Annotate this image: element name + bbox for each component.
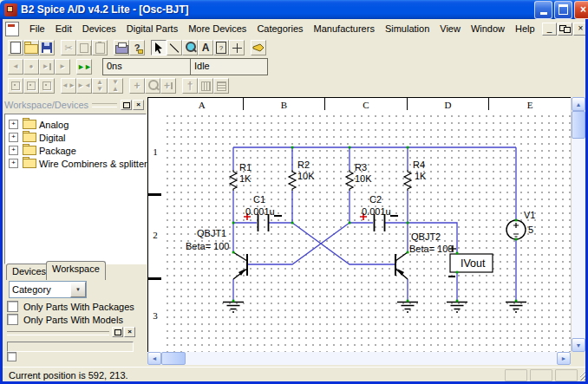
schematic-canvas[interactable]: IVout R1 1K R2 10K R3 10K R4 1K C1 0.001… <box>161 110 571 352</box>
mdi-minimize-button[interactable]: _ <box>542 23 557 36</box>
tab-workspace[interactable]: Workspace <box>46 261 106 280</box>
save-button[interactable] <box>39 40 55 55</box>
center-horizontal-button[interactable] <box>23 78 39 94</box>
tree-item-digital[interactable]: + Digital <box>9 131 146 144</box>
label-r3[interactable]: R3 <box>355 162 367 172</box>
zoom-area-button[interactable] <box>145 78 160 94</box>
tree-item-analog[interactable]: + Analog <box>9 118 146 131</box>
transistor-q2[interactable] <box>395 252 408 279</box>
component-tool-button[interactable]: ? <box>213 40 229 55</box>
resistor-r4[interactable] <box>404 170 411 191</box>
dropdown-button[interactable]: ▼ <box>70 282 86 297</box>
row-view-button[interactable] <box>213 78 229 94</box>
transistor-q1[interactable] <box>233 252 247 279</box>
add-point-button[interactable]: + <box>129 78 145 94</box>
select-tool-button[interactable] <box>151 40 167 55</box>
tree-expand-icon[interactable]: + <box>9 133 18 142</box>
step-end-button[interactable]: ► <box>39 59 55 75</box>
copy-button[interactable] <box>76 40 92 55</box>
column-view-button[interactable] <box>198 78 213 94</box>
label-c2[interactable]: C2 <box>369 194 382 205</box>
menu-view[interactable]: View <box>434 21 466 36</box>
value-r1[interactable]: 1K <box>239 173 252 184</box>
capacitor-c2[interactable] <box>375 214 385 231</box>
value-r2[interactable]: 10K <box>297 171 315 181</box>
close-button[interactable]: × <box>574 1 588 19</box>
simulation-status-field[interactable]: Idle <box>191 59 267 75</box>
menu-simulation[interactable]: Simulation <box>380 21 434 36</box>
maximize-button[interactable] <box>554 1 572 19</box>
menu-window[interactable]: Window <box>466 21 510 36</box>
device-tree[interactable]: + Analog + Digital + Package + Wire Comb… <box>4 114 147 264</box>
help-button[interactable]: ? <box>129 40 145 55</box>
label-r2[interactable]: R2 <box>297 159 310 170</box>
mdi-restore-button[interactable] <box>558 23 572 36</box>
paste-button[interactable] <box>92 40 108 55</box>
scroll-left-button[interactable]: ◄ <box>147 352 161 365</box>
line-tool-button[interactable] <box>167 40 182 55</box>
value-r3[interactable]: 10K <box>355 173 372 184</box>
models-checkbox[interactable] <box>7 314 18 325</box>
probe-tool-button[interactable] <box>251 40 266 55</box>
open-button[interactable] <box>23 40 39 55</box>
trim-wire-button[interactable]: + <box>160 78 176 94</box>
wire-cross-1[interactable] <box>292 223 395 264</box>
panel-close-button[interactable]: × <box>133 100 144 110</box>
menu-digital-parts[interactable]: Digital Parts <box>121 21 183 36</box>
center-vertical-button[interactable] <box>39 78 55 94</box>
resistors[interactable] <box>230 170 411 191</box>
lower-panel-float-button[interactable] <box>112 327 123 337</box>
value-v1[interactable]: 5 <box>528 225 533 235</box>
menu-help[interactable]: Help <box>510 21 540 36</box>
record-button[interactable]: ● <box>23 59 39 75</box>
label-c1[interactable]: C1 <box>253 194 265 205</box>
menu-manufacturers[interactable]: Manufacturers <box>309 21 380 36</box>
menu-categories[interactable]: Categories <box>252 21 308 36</box>
menu-devices[interactable]: Devices <box>77 21 121 36</box>
resistor-r3[interactable] <box>346 170 353 191</box>
value-q2[interactable]: Beta= 100 <box>409 244 453 254</box>
step-back-button[interactable]: ◄ <box>8 59 23 75</box>
center-selection-button[interactable] <box>8 78 23 94</box>
menu-edit[interactable]: Edit <box>50 21 77 36</box>
value-c2[interactable]: 0.001u <box>362 206 391 217</box>
new-button[interactable] <box>8 40 23 55</box>
titlebar[interactable]: B2 Spice A/D v4.2 Lite - [Osc-BJT] × <box>0 0 588 19</box>
run-simulation-button[interactable]: ►► <box>76 59 92 75</box>
tree-item-wire-combiners[interactable]: + Wire Combiners & splitters <box>9 157 146 170</box>
cut-button[interactable]: ✂ <box>61 40 76 55</box>
vertical-scrollbar[interactable]: ▲ ▼ <box>571 97 585 352</box>
menu-file[interactable]: File <box>24 21 50 36</box>
contract-vertical-button[interactable]: ▼▲ <box>108 78 123 94</box>
horizontal-scroll-thumb[interactable] <box>161 352 186 365</box>
vertical-scroll-thumb[interactable] <box>572 111 585 139</box>
expand-horizontal-button[interactable]: ◄► <box>61 78 76 94</box>
label-v1[interactable]: V1 <box>524 210 535 220</box>
contract-horizontal-button[interactable]: ►◄ <box>76 78 92 94</box>
panel-float-button[interactable] <box>121 100 132 110</box>
simulation-time-field[interactable]: 0ns <box>103 59 191 75</box>
document-icon[interactable] <box>5 22 19 36</box>
value-r4[interactable]: 1K <box>415 171 427 181</box>
annotate-button[interactable]: † <box>182 78 198 94</box>
current-meter-ivout[interactable]: IVout <box>448 245 493 277</box>
capacitor-c1[interactable] <box>258 214 269 231</box>
sidebar-splitter[interactable] <box>7 331 109 335</box>
scroll-right-button[interactable]: ► <box>557 352 571 365</box>
print-button[interactable] <box>114 40 129 55</box>
label-r4[interactable]: R4 <box>413 159 425 170</box>
tree-expand-icon[interactable]: + <box>9 146 18 155</box>
text-tool-button[interactable]: A <box>198 40 213 55</box>
expand-vertical-button[interactable]: ▲▼ <box>92 78 108 94</box>
scroll-down-button[interactable]: ▼ <box>572 338 585 352</box>
horizontal-scrollbar[interactable]: ◄ ► <box>147 352 571 365</box>
lower-panel-close-button[interactable]: × <box>124 327 135 337</box>
value-q1[interactable]: Beta= 100 <box>186 241 229 251</box>
zoom-tool-button[interactable] <box>182 40 198 55</box>
menu-more-devices[interactable]: More Devices <box>183 21 252 36</box>
resistor-r1[interactable] <box>230 170 237 191</box>
wire-cross-2[interactable] <box>246 223 350 264</box>
tree-expand-icon[interactable]: + <box>9 159 18 168</box>
ground-symbols[interactable] <box>223 303 526 313</box>
small-checkbox[interactable] <box>7 352 16 361</box>
